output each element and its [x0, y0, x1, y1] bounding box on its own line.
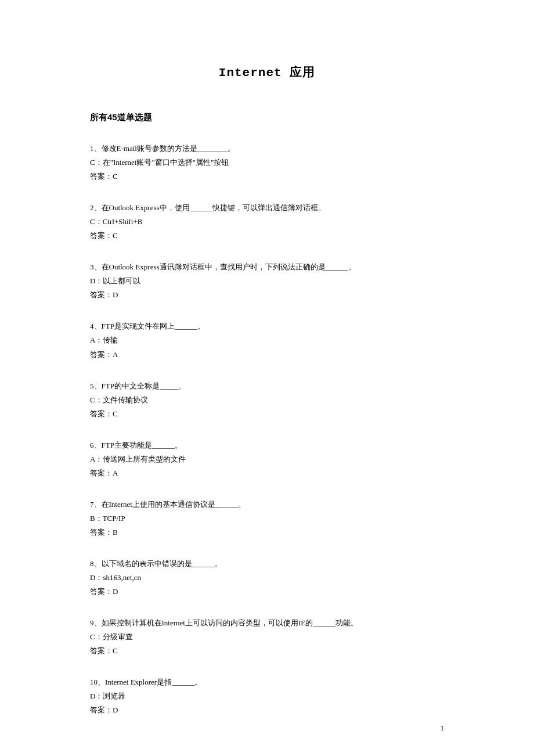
- question-block: 6、FTP主要功能是______。 A：传送网上所有类型的文件 答案：A: [90, 438, 444, 480]
- option-text: A：传输: [90, 333, 444, 347]
- option-text: D：以上都可以: [90, 274, 444, 288]
- question-block: 5、FTP的中文全称是_____。 C：文件传输协议 答案：C: [90, 379, 444, 421]
- question-text: 9、如果控制计算机在Internet上可以访问的内容类型，可以使用IE的____…: [90, 616, 444, 630]
- question-text: 3、在Outlook Express通讯簿对话框中，查找用户时，下列说法正确的是…: [90, 260, 444, 274]
- question-block: 2、在Outlook Express中，使用______快捷键，可以弹出通信簿对…: [90, 201, 444, 243]
- option-text: D：sh163,net,cn: [90, 571, 444, 585]
- option-text: A：传送网上所有类型的文件: [90, 452, 444, 466]
- option-text: C：分级审查: [90, 630, 444, 644]
- option-text: C：Ctrl+Shift+B: [90, 215, 444, 229]
- option-text: C：在"Internet账号"窗口中选择"属性"按钮: [90, 156, 444, 170]
- question-text: 1、修改E-mail账号参数的方法是________。: [90, 142, 444, 156]
- question-text: 6、FTP主要功能是______。: [90, 438, 444, 452]
- answer-text: 答案：C: [90, 170, 444, 183]
- answer-text: 答案：D: [90, 703, 444, 717]
- question-block: 8、以下域名的表示中错误的是______。 D：sh163,net,cn 答案：…: [90, 557, 444, 599]
- answer-text: 答案：D: [90, 585, 444, 599]
- answer-text: 答案：C: [90, 229, 444, 243]
- answer-text: 答案：C: [90, 644, 444, 658]
- page-number: 1: [441, 723, 445, 733]
- question-text: 4、FTP是实现文件在网上______。: [90, 319, 444, 333]
- option-text: C：文件传输协议: [90, 393, 444, 407]
- answer-text: 答案：A: [90, 348, 444, 362]
- option-text: B：TCP/IP: [90, 512, 444, 525]
- question-block: 9、如果控制计算机在Internet上可以访问的内容类型，可以使用IE的____…: [90, 616, 444, 658]
- answer-text: 答案：B: [90, 525, 444, 539]
- answer-text: 答案：C: [90, 407, 444, 421]
- question-block: 1、修改E-mail账号参数的方法是________。 C：在"Internet…: [90, 142, 444, 183]
- section-header: 所有45道单选题: [90, 112, 444, 123]
- question-block: 10、Internet Explorer是指______。 D：浏览器 答案：D: [90, 675, 444, 717]
- question-block: 7、在Internet上使用的基本通信协议是______。 B：TCP/IP 答…: [90, 498, 444, 539]
- option-text: D：浏览器: [90, 689, 444, 703]
- question-text: 8、以下域名的表示中错误的是______。: [90, 557, 444, 571]
- question-text: 10、Internet Explorer是指______。: [90, 675, 444, 689]
- question-text: 2、在Outlook Express中，使用______快捷键，可以弹出通信簿对…: [90, 201, 444, 215]
- question-block: 4、FTP是实现文件在网上______。 A：传输 答案：A: [90, 319, 444, 361]
- question-text: 7、在Internet上使用的基本通信协议是______。: [90, 498, 444, 512]
- answer-text: 答案：A: [90, 466, 444, 480]
- question-text: 5、FTP的中文全称是_____。: [90, 379, 444, 393]
- question-block: 3、在Outlook Express通讯簿对话框中，查找用户时，下列说法正确的是…: [90, 260, 444, 302]
- answer-text: 答案：D: [90, 288, 444, 302]
- document-title: Internet 应用: [90, 64, 444, 80]
